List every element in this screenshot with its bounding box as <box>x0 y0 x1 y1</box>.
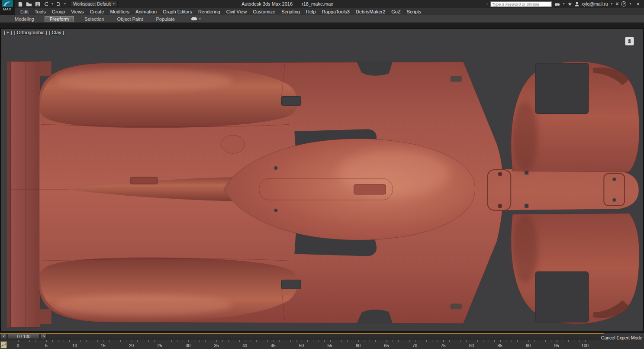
menu-views[interactable]: Views <box>68 9 87 15</box>
viewport-label: [ + ] [ Orthographic ] [ Clay ] <box>4 30 64 35</box>
workspace-selector[interactable]: Workspace: Default ▼ <box>71 1 118 7</box>
ribbon-tab-row: ModelingFreeformSelectionObject PaintPop… <box>0 15 644 23</box>
viewport-tool-icon <box>627 39 632 44</box>
timeline-tick-20: 20 <box>129 343 134 348</box>
timeline-tick-15: 15 <box>100 343 105 348</box>
menu-civil-view[interactable]: Civil View <box>223 9 250 15</box>
cancel-expert-mode-button[interactable]: Cancel Expert Mode <box>601 335 642 340</box>
new-scene-button[interactable] <box>16 1 24 7</box>
timeline-tick-70: 70 <box>412 343 417 348</box>
menu-tools[interactable]: Tools <box>32 9 49 15</box>
menu-scripts[interactable]: Scripts <box>404 9 425 15</box>
fin-inset-panel <box>131 177 158 184</box>
timeline-tick-90: 90 <box>526 343 531 348</box>
timeline-tick-25: 25 <box>157 343 162 348</box>
quick-access-toolbar: ▼ ▼ <box>16 1 66 7</box>
menu-rendering[interactable]: Rendering <box>195 9 223 15</box>
timeline-tick-0: 0 <box>17 343 19 348</box>
redo-button[interactable] <box>55 1 62 7</box>
timeline-tick-100: 100 <box>581 343 589 348</box>
timeline-tick-80: 80 <box>469 343 474 348</box>
viewport[interactable]: [ + ] [ Orthographic ] [ Clay ] <box>1 28 643 331</box>
curve-editor-icon <box>1 343 6 347</box>
menu-debrismaker2[interactable]: DebrisMaker2 <box>353 9 388 15</box>
ribbon-tab-selection[interactable]: Selection <box>82 16 106 22</box>
menu-help[interactable]: Help <box>303 9 319 15</box>
infocenter-collapse-icon[interactable]: › <box>486 2 487 6</box>
app-button-label: MAX <box>3 7 11 11</box>
account-person-icon <box>575 2 579 6</box>
timeline-tick-10: 10 <box>72 343 77 348</box>
info-center: › ▼ ★ xylq@mail.ru ▼ × ? ▼ × <box>486 0 644 8</box>
deck-stud <box>525 204 528 208</box>
redo-dropdown-arrow[interactable]: ▼ <box>64 3 66 5</box>
menu-goz[interactable]: GoZ <box>388 9 403 15</box>
account-dropdown-arrow[interactable]: ▼ <box>610 3 613 5</box>
ribbon-tab-modeling[interactable]: Modeling <box>12 16 37 22</box>
previous-frame-button[interactable]: < <box>1 334 7 339</box>
timeline-tick-40: 40 <box>242 343 247 348</box>
ribbon-tab-object-paint[interactable]: Object Paint <box>115 16 146 22</box>
intake-bump <box>221 135 245 153</box>
menu-rappatools3[interactable]: RappaTools3 <box>319 9 353 15</box>
favorites-star-icon[interactable]: ★ <box>568 1 572 7</box>
help-dropdown-arrow[interactable]: ▼ <box>629 3 631 5</box>
canopy-hatch <box>354 184 386 194</box>
mini-curve-editor-button[interactable] <box>0 341 7 349</box>
timeline-tick-55: 55 <box>327 343 332 348</box>
search-input[interactable] <box>490 1 552 7</box>
timeline-tick-85: 85 <box>497 343 502 348</box>
timeline-tick-30: 30 <box>186 343 190 348</box>
timeline-tick-95: 95 <box>554 343 559 348</box>
ribbon-tab-populate[interactable]: Populate <box>153 16 177 22</box>
exchange-apps-icon[interactable]: × <box>615 1 618 7</box>
undo-button[interactable] <box>42 1 50 7</box>
menu-graph-editors[interactable]: Graph Editors <box>160 9 195 15</box>
viewport-shading-menu[interactable]: [ Clay ] <box>49 30 64 35</box>
time-slider-track[interactable] <box>0 334 604 339</box>
open-folder-icon <box>26 1 32 7</box>
timeline-tick-75: 75 <box>441 343 445 348</box>
undo-dropdown-arrow[interactable]: ▼ <box>51 3 54 5</box>
save-file-button[interactable] <box>34 1 41 7</box>
account-email[interactable]: xylq@mail.ru <box>582 1 608 6</box>
timeline-tick-60: 60 <box>356 343 361 348</box>
car-model-canvas[interactable] <box>1 29 643 331</box>
viewport-pov-menu[interactable]: [ Orthographic ] <box>14 30 47 35</box>
front-deck-highlight <box>497 175 626 204</box>
body-rivet <box>274 209 277 212</box>
time-slider-handle[interactable]: 0 / 100 <box>8 334 40 339</box>
timeline-tick-35: 35 <box>214 343 219 348</box>
menu-customize[interactable]: Customize <box>250 9 278 15</box>
next-frame-button[interactable]: > <box>41 334 47 339</box>
menu-animation[interactable]: Animation <box>132 9 160 15</box>
time-slider-row: < 0 / 100 > <box>0 333 644 340</box>
window-close-button[interactable]: × <box>634 1 642 7</box>
timeline-ruler[interactable]: 0510152025303540455055606570758085909510… <box>0 340 644 349</box>
workspace-label: Workspace: Default <box>73 2 111 6</box>
deck-fastener <box>498 204 502 208</box>
nose-fastener <box>612 198 616 202</box>
toolbar-gap <box>0 23 644 28</box>
viewport-general-menu[interactable]: [ + ] <box>4 30 12 35</box>
menu-modifiers[interactable]: Modifiers <box>107 9 132 15</box>
save-floppy-icon <box>35 1 40 7</box>
menu-group[interactable]: Group <box>49 9 68 15</box>
app-title-text: Autodesk 3ds Max 2016 <box>242 1 293 6</box>
search-dropdown-arrow[interactable]: ▼ <box>563 3 565 5</box>
3dsmax-logo-icon <box>2 0 13 7</box>
file-name-text: r18_make.max <box>302 1 333 6</box>
menu-edit[interactable]: Edit <box>17 9 32 15</box>
menu-create[interactable]: Create <box>87 9 107 15</box>
nose-fastener <box>612 178 616 181</box>
ribbon-tab-freeform[interactable]: Freeform <box>45 16 74 22</box>
ribbon-options[interactable]: ▼ <box>191 17 201 20</box>
menu-scripting[interactable]: Scripting <box>278 9 303 15</box>
viewport-corner-button[interactable] <box>625 37 634 45</box>
search-binoculars-icon[interactable] <box>554 2 560 6</box>
title-bar: MAX ▼ <box>0 0 644 8</box>
open-file-button[interactable] <box>25 1 32 7</box>
ribbon-collapse-arrow[interactable]: ▼ <box>199 18 201 20</box>
application-menu-button[interactable]: MAX <box>0 0 15 15</box>
help-icon[interactable]: ? <box>621 1 626 6</box>
